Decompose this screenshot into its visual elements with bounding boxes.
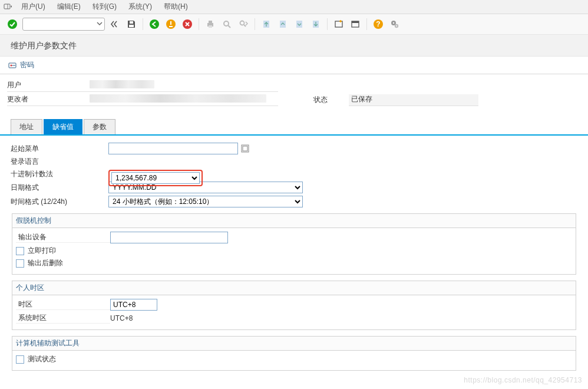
svg-rect-18	[352, 21, 359, 23]
menu-system[interactable]: 系统(Y)	[123, 0, 158, 14]
decimal-notation-label: 十进制计数法	[8, 169, 108, 179]
header-area: 用户 更改者 状态 已保存	[0, 74, 588, 111]
spool-group-title: 假脱机控制	[12, 214, 576, 228]
password-button[interactable]: 密码	[8, 60, 34, 70]
tab-parameters[interactable]: 参数	[84, 119, 115, 134]
catt-group-title: 计算机辅助测试工具	[12, 337, 576, 351]
svg-point-11	[240, 21, 245, 25]
last-page-icon[interactable]	[309, 18, 322, 31]
sub-toolbar: 密码	[0, 57, 588, 74]
cancel-icon[interactable]	[181, 18, 194, 31]
back-icon[interactable]	[148, 18, 161, 31]
settings-icon[interactable]	[388, 18, 401, 31]
defaults-pane: 起始菜单 登录语言 十进制计数法 1,234,567.89 日期格式 YYYY.…	[5, 136, 583, 378]
tab-address[interactable]: 地址	[11, 119, 42, 134]
svg-text:?: ?	[376, 20, 380, 28]
svg-rect-16	[335, 21, 342, 27]
find-icon[interactable]	[220, 18, 233, 31]
menu-help[interactable]: 帮助(H)	[158, 0, 194, 14]
tab-defaults[interactable]: 缺省值	[44, 119, 82, 134]
find-next-icon[interactable]	[237, 18, 250, 31]
system-timezone-label: 系统时区	[16, 313, 110, 324]
start-menu-label: 起始菜单	[8, 144, 108, 154]
svg-point-23	[393, 22, 394, 24]
status-label: 状态	[313, 95, 349, 106]
delete-after-output-label: 输出后删除	[28, 258, 63, 268]
status-value: 已保存	[349, 94, 478, 106]
logon-language-label: 登录语言	[8, 157, 108, 167]
main-toolbar: ?	[0, 14, 588, 35]
start-menu-f4-icon[interactable]	[239, 143, 251, 154]
svg-rect-13	[280, 21, 286, 28]
save-icon[interactable]	[125, 18, 138, 31]
menu-edit[interactable]: 编辑(E)	[51, 0, 87, 14]
svg-rect-9	[209, 25, 212, 28]
changer-value	[90, 94, 278, 106]
timezone-label: 时区	[16, 299, 110, 310]
menu-goto[interactable]: 转到(G)	[87, 0, 123, 14]
help-icon[interactable]: ?	[372, 18, 385, 31]
command-field[interactable]	[22, 18, 105, 31]
svg-point-4	[150, 19, 159, 29]
delete-after-output-checkbox[interactable]	[16, 259, 24, 268]
new-session-icon[interactable]	[332, 18, 345, 31]
svg-rect-14	[296, 21, 302, 28]
system-timezone-value: UTC+8	[110, 314, 146, 322]
tab-strip: 地址 缺省值 参数	[11, 119, 588, 134]
print-immediately-label: 立即打印	[28, 246, 56, 256]
timezone-input[interactable]	[110, 299, 157, 311]
decimal-notation-select[interactable]: 1,234,567.89	[111, 172, 200, 184]
layout-icon[interactable]	[349, 18, 362, 31]
changer-label: 更改者	[7, 94, 90, 106]
time-format-label: 时间格式 (12/24h)	[8, 197, 108, 207]
svg-point-10	[224, 21, 229, 26]
catt-group: 计算机辅助测试工具 测试状态	[12, 336, 576, 371]
print-immediately-checkbox[interactable]	[16, 247, 24, 255]
output-device-label: 输出设备	[16, 232, 110, 243]
timezone-group: 个人时区 时区 系统时区 UTC+8	[12, 281, 576, 330]
enter-icon[interactable]	[6, 18, 19, 31]
menu-user[interactable]: 用户(U)	[15, 0, 51, 14]
svg-point-1	[8, 19, 17, 29]
password-label: 密码	[20, 60, 34, 70]
user-label: 用户	[7, 80, 90, 92]
test-status-label: 测试状态	[28, 354, 56, 364]
svg-rect-8	[209, 21, 212, 23]
date-format-label: 日期格式	[8, 183, 108, 193]
spool-group: 假脱机控制 输出设备 立即打印 输出后删除	[12, 213, 576, 275]
svg-rect-3	[130, 21, 133, 24]
command-field-wrap	[22, 18, 105, 31]
prev-page-icon[interactable]	[276, 18, 289, 31]
svg-point-26	[11, 64, 12, 66]
user-value	[90, 80, 278, 92]
svg-point-24	[396, 25, 397, 27]
time-format-select[interactable]: 24 小时格式（例如：12:05:10）	[108, 196, 303, 207]
svg-rect-0	[4, 4, 10, 9]
menu-bar: 用户(U) 编辑(E) 转到(G) 系统(Y) 帮助(H)	[0, 0, 588, 14]
exit-icon[interactable]	[164, 18, 177, 31]
output-device-input[interactable]	[110, 232, 228, 243]
first-page-icon[interactable]	[260, 18, 273, 31]
timezone-group-title: 个人时区	[12, 281, 576, 295]
next-page-icon[interactable]	[293, 18, 306, 31]
collapse-icon[interactable]	[108, 18, 121, 31]
decimal-highlight: 1,234,567.89	[108, 170, 203, 186]
svg-rect-28	[243, 146, 247, 151]
start-menu-input[interactable]	[108, 143, 238, 154]
svg-rect-2	[129, 25, 134, 27]
app-menu-icon[interactable]	[2, 2, 13, 12]
page-title: 维护用户参数文件	[0, 35, 588, 57]
password-icon	[8, 61, 18, 70]
print-icon[interactable]	[204, 18, 217, 31]
test-status-checkbox[interactable]	[16, 355, 24, 364]
